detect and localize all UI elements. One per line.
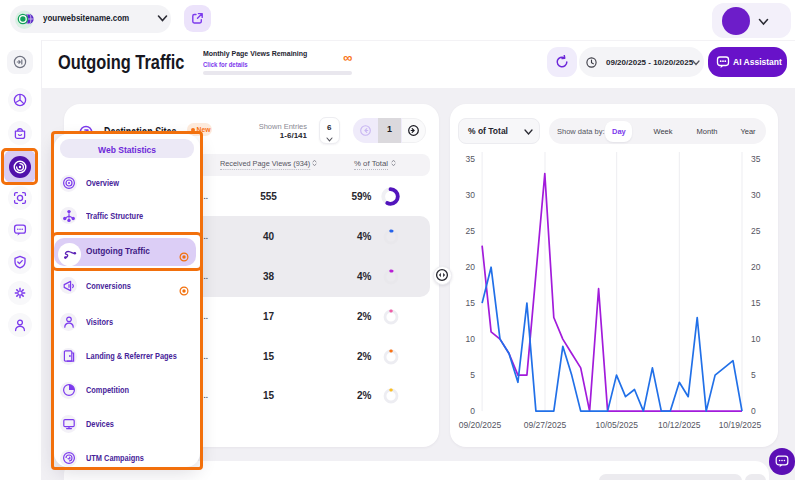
svg-text:35: 35 [751, 154, 761, 164]
svg-text:30: 30 [465, 190, 475, 200]
svg-text:09/27/2025: 09/27/2025 [523, 420, 566, 430]
svg-text:5: 5 [751, 370, 756, 380]
svg-text:20: 20 [751, 262, 761, 272]
svg-text:15: 15 [465, 298, 475, 308]
svg-text:35: 35 [465, 154, 475, 164]
svg-text:30: 30 [751, 190, 761, 200]
svg-text:10/19/2025: 10/19/2025 [718, 420, 761, 430]
svg-text:0: 0 [470, 406, 475, 416]
svg-text:15: 15 [751, 298, 761, 308]
svg-text:25: 25 [465, 226, 475, 236]
svg-text:25: 25 [751, 226, 761, 236]
svg-text:5: 5 [470, 370, 475, 380]
svg-text:09/20/2025: 09/20/2025 [458, 420, 501, 430]
svg-text:10/05/2025: 10/05/2025 [595, 420, 638, 430]
svg-text:10: 10 [465, 334, 475, 344]
svg-text:10: 10 [751, 334, 761, 344]
svg-text:10/12/2025: 10/12/2025 [658, 420, 701, 430]
svg-text:20: 20 [465, 262, 475, 272]
svg-text:0: 0 [751, 406, 756, 416]
